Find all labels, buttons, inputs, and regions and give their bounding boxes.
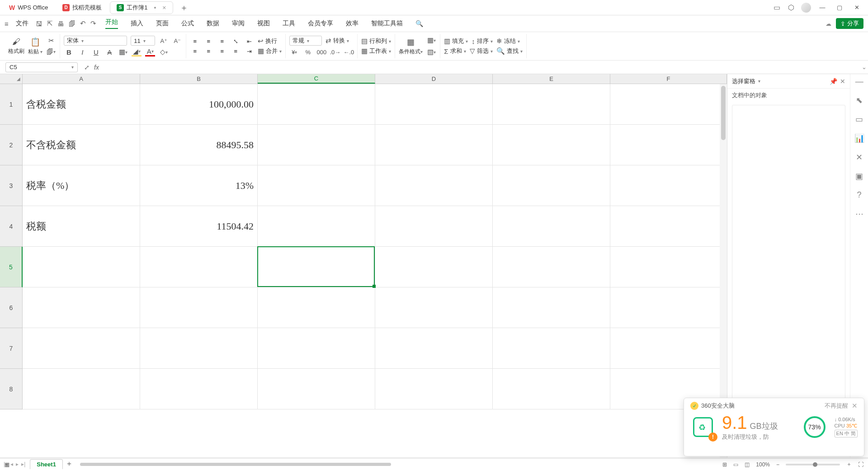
fill-button[interactable]: ▥填充▾ <box>444 37 468 45</box>
thousands-icon[interactable]: 000 <box>316 47 326 56</box>
cube-icon[interactable]: ⬡ <box>784 0 798 15</box>
tab-close-icon[interactable]: × <box>162 4 166 11</box>
fullscreen-icon[interactable]: ⛶ <box>858 461 863 468</box>
filter-button[interactable]: ▽筛选▾ <box>470 47 493 55</box>
cell[interactable] <box>375 287 493 328</box>
cell[interactable] <box>493 328 610 369</box>
font-color-icon[interactable]: A▾ <box>145 47 155 56</box>
cell[interactable] <box>140 247 258 287</box>
search-icon[interactable]: 🔍 <box>415 20 423 27</box>
column-header[interactable]: C <box>258 74 375 84</box>
ribbon-tab-start[interactable]: 开始 <box>105 18 118 29</box>
chart-tool-icon[interactable]: 📊 <box>854 133 864 143</box>
cell[interactable] <box>258 287 375 328</box>
row-header[interactable]: 5 <box>0 247 23 287</box>
border-icon[interactable]: ▦▾ <box>118 47 128 56</box>
cell[interactable] <box>375 165 493 206</box>
cut-icon[interactable]: ✂ <box>46 36 56 45</box>
cell-style-icon[interactable]: ▧▾ <box>426 47 436 56</box>
cell[interactable]: 含税金额 <box>23 84 140 125</box>
ribbon-tab-insert[interactable]: 插入 <box>131 19 143 28</box>
cell[interactable] <box>610 287 727 328</box>
cell[interactable]: 13% <box>140 165 258 206</box>
cell[interactable] <box>140 287 258 328</box>
column-header[interactable]: D <box>375 74 493 84</box>
row-header[interactable]: 6 <box>0 287 23 328</box>
cell[interactable] <box>493 125 610 165</box>
name-box[interactable]: C5▾ <box>5 62 78 72</box>
cell[interactable] <box>610 165 727 206</box>
underline-icon[interactable]: U <box>91 47 101 56</box>
print-icon[interactable]: 🖶 <box>57 20 64 28</box>
number-format-select[interactable]: 常规▾ <box>289 36 322 46</box>
ime-indicator[interactable]: EN 中 简 <box>835 430 858 437</box>
indent-inc-icon[interactable]: ⇥ <box>244 47 254 55</box>
select-tool-icon[interactable]: ⬉ <box>856 95 863 105</box>
align-center-icon[interactable]: ≡ <box>203 47 213 55</box>
align-left-icon[interactable]: ≡ <box>190 47 200 55</box>
cell[interactable] <box>610 247 727 287</box>
percent-icon[interactable]: % <box>303 47 313 56</box>
status-mode-icon[interactable]: ▦ <box>5 461 9 468</box>
column-header[interactable]: B <box>140 74 258 84</box>
tools-icon[interactable]: ✕ <box>856 152 863 162</box>
cell[interactable] <box>258 247 375 287</box>
worksheet-button[interactable]: ▦工作表▾ <box>361 47 391 55</box>
reading-mode-icon[interactable]: ▭ <box>769 0 784 15</box>
ribbon-tab-smart[interactable]: 智能工具箱 <box>371 19 403 28</box>
cell[interactable] <box>375 206 493 247</box>
align-justify-icon[interactable]: ≡ <box>231 47 241 55</box>
sum-button[interactable]: Σ求和▾ <box>444 47 466 55</box>
tab-workbook[interactable]: S工作簿1•× <box>110 1 173 14</box>
cpu-gauge[interactable]: 73% <box>804 416 826 438</box>
cell[interactable] <box>375 328 493 369</box>
share-button[interactable]: ⇪ 分享 <box>836 18 863 29</box>
user-avatar[interactable] <box>801 3 811 13</box>
align-bottom-icon[interactable]: ≡ <box>217 37 227 45</box>
column-header[interactable]: E <box>493 74 610 84</box>
ribbon-tab-efficiency[interactable]: 效率 <box>346 19 359 28</box>
row-header[interactable]: 4 <box>0 206 23 247</box>
row-header[interactable]: 8 <box>0 369 23 409</box>
italic-icon[interactable]: I <box>77 47 87 56</box>
row-header[interactable]: 2 <box>0 125 23 165</box>
cell[interactable] <box>610 206 727 247</box>
ribbon-tab-review[interactable]: 审阅 <box>232 19 245 28</box>
chevron-down-icon[interactable]: ▾ <box>758 79 760 84</box>
paste-button[interactable]: 📋粘贴 ▾ <box>28 37 42 56</box>
panel-close-icon[interactable]: ✕ <box>840 78 845 85</box>
clear-format-icon[interactable]: ◇▾ <box>159 47 169 56</box>
cell[interactable]: 税额 <box>23 206 140 247</box>
cell[interactable]: 100,000.00 <box>140 84 258 125</box>
table-style-icon[interactable]: ▦▾ <box>426 36 436 45</box>
popup-dismiss-link[interactable]: 不再提醒 <box>825 402 848 410</box>
cell[interactable] <box>23 328 140 369</box>
sort-button[interactable]: ↕排序▾ <box>472 37 493 45</box>
rowcol-button[interactable]: ▤行和列▾ <box>361 37 391 45</box>
cell[interactable] <box>610 125 727 165</box>
ribbon-tab-page[interactable]: 页面 <box>156 19 169 28</box>
cell[interactable]: 88495.58 <box>140 125 258 165</box>
cell[interactable] <box>493 165 610 206</box>
orientation-icon[interactable]: ⤡ <box>231 37 241 45</box>
export-icon[interactable]: ⇱ <box>47 19 53 28</box>
cell[interactable] <box>375 125 493 165</box>
cell[interactable] <box>375 84 493 125</box>
save-icon[interactable]: 🖫 <box>36 20 42 28</box>
cloud-icon[interactable]: ☁ <box>826 20 831 27</box>
cell[interactable] <box>258 125 375 165</box>
redo-icon[interactable]: ↷ <box>90 19 96 28</box>
cell[interactable] <box>258 84 375 125</box>
help-icon[interactable]: ? <box>857 190 862 200</box>
zoom-out-button[interactable]: − <box>776 461 779 468</box>
new-tab-button[interactable]: ＋ <box>178 1 190 14</box>
cell[interactable] <box>493 287 610 328</box>
fill-color-icon[interactable]: ◢▾ <box>132 47 142 56</box>
cell[interactable] <box>493 206 610 247</box>
cell[interactable] <box>493 247 610 287</box>
zoom-slider[interactable] <box>786 464 840 465</box>
strikethrough-icon[interactable]: A <box>104 47 114 56</box>
spreadsheet-grid[interactable]: ◢ABCDEF 1含税金额100,000.002不含税金额88495.583税率… <box>0 74 727 457</box>
column-header[interactable]: A <box>23 74 140 84</box>
convert-button[interactable]: ⇄转换▾ <box>326 37 349 45</box>
